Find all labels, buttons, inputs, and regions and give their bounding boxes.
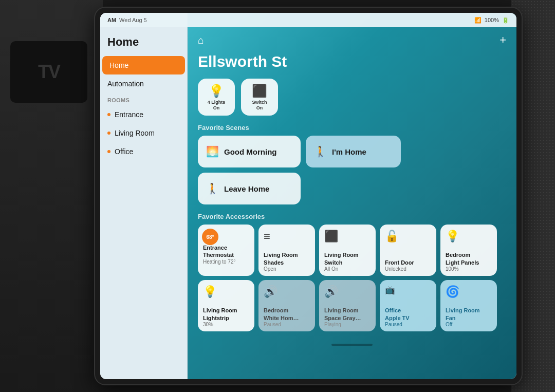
lr-homepod-name: Living RoomSpace Gray… — [324, 307, 371, 322]
apple-tv-label: TV — [38, 61, 60, 83]
home-name: Ellsworth St — [188, 51, 516, 79]
status-bar: AM Wed Aug 5 📶 100% 🔋 — [100, 13, 516, 27]
lights-label: 4 LightsOn — [208, 100, 226, 111]
scenes-grid: 🌅 Good Morning 🚶 I'm Home 🚶 Leave Home — [188, 136, 516, 213]
status-right: 📶 100% 🔋 — [474, 17, 509, 24]
appletv-status: Paused — [385, 322, 431, 327]
acc-living-room-fan[interactable]: 🌀 Living RoomFan Off — [440, 280, 497, 331]
sidebar-item-entrance[interactable]: Entrance — [100, 105, 187, 124]
im-home-label: I'm Home — [332, 147, 366, 156]
acc-entrance-thermostat[interactable]: 68° EntranceThermostat Heating to 72° — [198, 225, 254, 276]
living-room-dot — [107, 132, 110, 135]
bedroom-homepod-name: BedroomWhite Hom… — [264, 307, 310, 322]
scene-leave-home[interactable]: 🚶 Leave Home — [198, 173, 301, 204]
status-date: Wed Aug 5 — [119, 17, 147, 23]
accessories-grid: 68° EntranceThermostat Heating to 72° ≡ … — [188, 225, 516, 342]
ipad-screen: AM Wed Aug 5 📶 100% 🔋 Home Home Automati… — [100, 13, 516, 379]
lightstrip-icon: 💡 — [203, 285, 249, 298]
home-nav-label: Home — [109, 61, 128, 69]
fan-icon: 🌀 — [446, 285, 492, 298]
quick-tile-lights[interactable]: 💡 4 LightsOn — [198, 79, 235, 116]
acc-living-room-switch[interactable]: ⬛ Living RoomSwitch All On — [319, 225, 376, 276]
battery-percentage: 100% — [485, 17, 499, 23]
shades-status: Open — [264, 266, 310, 272]
scenes-section-title: Favorite Scenes — [188, 124, 516, 136]
acc-living-room-homepod[interactable]: 🔊 Living RoomSpace Gray… Playing — [319, 280, 376, 331]
left-device: TV — [0, 0, 103, 392]
front-door-status: Unlocked — [385, 266, 431, 272]
appletv-name: OfficeApple TV — [385, 307, 431, 322]
shades-icon: ≡ — [264, 230, 310, 243]
acc-bedroom-light-panels[interactable]: 💡 BedroomLight Panels 100% — [440, 225, 497, 276]
leave-home-label: Leave Home — [224, 184, 269, 193]
lightstrip-name: Living RoomLightstrip — [203, 307, 249, 322]
status-time: AM — [107, 17, 116, 23]
appletv-icon: 📺 — [385, 285, 431, 295]
switch-icon: ⬛ — [252, 84, 267, 98]
quick-tile-switch[interactable]: ⬛ SwitchOn — [241, 79, 278, 116]
acc-living-room-lightstrip[interactable]: 💡 Living RoomLightstrip 30% — [198, 280, 254, 331]
acc-living-room-shades[interactable]: ≡ Living RoomShades Open — [258, 225, 315, 276]
main-content: ⌂ + Ellsworth St 💡 4 LightsOn ⬛ SwitchOn… — [188, 13, 516, 379]
switch2-status: All On — [324, 266, 371, 272]
lr-homepod-icon: 🔊 — [324, 285, 371, 298]
lr-homepod-status: Playing — [324, 322, 371, 327]
sidebar-title: Home — [100, 31, 187, 56]
acc-front-door[interactable]: 🔓 Front Door Unlocked — [380, 225, 436, 276]
sidebar-item-office[interactable]: Office — [100, 142, 187, 161]
sidebar-item-living-room[interactable]: Living Room — [100, 124, 187, 142]
thermostat-name: EntranceThermostat — [203, 244, 249, 259]
thermostat-badge: 68° — [202, 229, 218, 245]
shades-name: Living RoomShades — [264, 251, 310, 266]
bedroom-homepod-status: Paused — [264, 322, 310, 327]
automation-nav-label: Automation — [107, 80, 144, 88]
home-indicator — [331, 344, 373, 346]
add-button[interactable]: + — [499, 33, 506, 47]
good-morning-label: Good Morning — [224, 147, 276, 156]
fan-status: Off — [446, 322, 492, 327]
ipad-device: AM Wed Aug 5 📶 100% 🔋 Home Home Automati… — [95, 8, 522, 384]
sidebar-item-home[interactable]: Home — [102, 56, 185, 74]
office-dot — [107, 150, 110, 153]
rooms-section-title: Rooms — [100, 93, 187, 105]
home-icon: ⌂ — [198, 34, 204, 46]
scene-good-morning[interactable]: 🌅 Good Morning — [198, 136, 301, 167]
main-header: ⌂ + — [188, 27, 516, 51]
lights-icon: 💡 — [209, 84, 224, 98]
lightstrip-status: 30% — [203, 322, 249, 327]
sidebar-item-automation[interactable]: Automation — [100, 74, 187, 93]
wifi-icon: 📶 — [474, 17, 482, 24]
fan-name: Living RoomFan — [446, 307, 492, 322]
office-label: Office — [115, 147, 133, 156]
bedroom-homepod-icon: 🔊 — [264, 285, 310, 298]
living-room-label: Living Room — [115, 129, 155, 137]
acc-office-appletv[interactable]: 📺 OfficeApple TV Paused — [380, 280, 436, 331]
switch2-name: Living RoomSwitch — [324, 251, 371, 266]
thermostat-status: Heating to 72° — [203, 259, 249, 265]
battery-icon: 🔋 — [502, 17, 509, 24]
bedroom-lights-icon: 💡 — [446, 230, 492, 243]
front-door-name: Front Door — [385, 259, 431, 266]
entrance-dot — [107, 113, 110, 116]
switch2-icon: ⬛ — [324, 230, 371, 243]
im-home-icon: 🚶 — [314, 145, 327, 158]
scene-im-home[interactable]: 🚶 I'm Home — [306, 136, 401, 167]
accessories-section-title: Favorite Accessories — [188, 213, 516, 225]
good-morning-icon: 🌅 — [206, 145, 219, 158]
entrance-label: Entrance — [115, 110, 143, 119]
acc-bedroom-homepod[interactable]: 🔊 BedroomWhite Hom… Paused — [258, 280, 315, 331]
bedroom-lights-name: BedroomLight Panels — [446, 251, 492, 266]
leave-home-icon: 🚶 — [206, 182, 219, 195]
front-door-icon: 🔓 — [385, 230, 431, 243]
sidebar: Home Home Automation Rooms Entrance Livi… — [100, 13, 188, 379]
quick-tiles-row: 💡 4 LightsOn ⬛ SwitchOn — [188, 79, 516, 124]
switch-label: SwitchOn — [252, 100, 267, 111]
bedroom-lights-status: 100% — [446, 266, 492, 272]
